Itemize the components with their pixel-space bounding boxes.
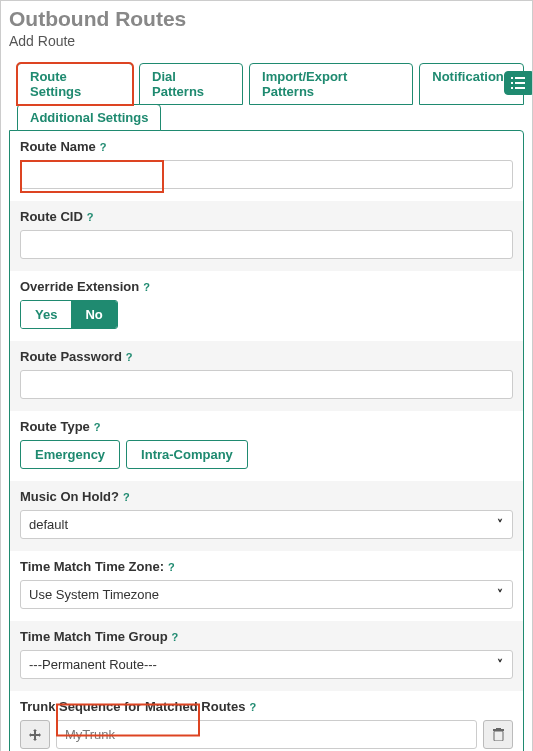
move-icon bbox=[29, 729, 41, 741]
override-ext-label: Override Extension bbox=[20, 279, 139, 294]
help-icon[interactable]: ? bbox=[94, 421, 101, 433]
svg-rect-1 bbox=[515, 77, 525, 79]
route-name-input[interactable] bbox=[20, 160, 513, 189]
svg-rect-5 bbox=[515, 87, 525, 89]
side-list-button[interactable] bbox=[504, 71, 532, 95]
trunk-seq-label: Trunk Sequence for Matched Routes bbox=[20, 699, 245, 714]
field-time-zone: Time Match Time Zone:? Use System Timezo… bbox=[10, 551, 523, 621]
field-trunk-sequence: Trunk Sequence for Matched Routes? MyTru… bbox=[10, 691, 523, 751]
time-zone-select[interactable]: Use System Timezone bbox=[20, 580, 513, 609]
route-cid-label: Route CID bbox=[20, 209, 83, 224]
help-icon[interactable]: ? bbox=[87, 211, 94, 223]
page-title: Outbound Routes bbox=[9, 7, 524, 31]
tab-import-export[interactable]: Import/Export Patterns bbox=[249, 63, 413, 105]
route-name-label: Route Name bbox=[20, 139, 96, 154]
route-password-input[interactable] bbox=[20, 370, 513, 399]
tab-additional-settings[interactable]: Additional Settings bbox=[17, 104, 161, 131]
tab-route-settings[interactable]: Route Settings bbox=[17, 63, 133, 105]
svg-rect-3 bbox=[515, 82, 525, 84]
override-ext-toggle: Yes No bbox=[20, 300, 118, 329]
time-zone-label: Time Match Time Zone: bbox=[20, 559, 164, 574]
route-type-label: Route Type bbox=[20, 419, 90, 434]
svg-rect-9 bbox=[493, 729, 504, 731]
music-on-hold-label: Music On Hold? bbox=[20, 489, 119, 504]
settings-panel: Route Name? Route CID? Override Extensio… bbox=[9, 130, 524, 751]
svg-rect-0 bbox=[511, 77, 513, 79]
help-icon[interactable]: ? bbox=[168, 561, 175, 573]
time-group-select[interactable]: ---Permanent Route--- bbox=[20, 650, 513, 679]
svg-rect-7 bbox=[31, 734, 39, 736]
field-route-cid: Route CID? bbox=[10, 201, 523, 271]
help-icon[interactable]: ? bbox=[249, 701, 256, 713]
page-subtitle: Add Route bbox=[9, 33, 524, 49]
svg-rect-8 bbox=[494, 731, 503, 741]
override-yes-button[interactable]: Yes bbox=[21, 301, 71, 328]
help-icon[interactable]: ? bbox=[143, 281, 150, 293]
help-icon[interactable]: ? bbox=[100, 141, 107, 153]
route-password-label: Route Password bbox=[20, 349, 122, 364]
field-route-type: Route Type? Emergency Intra-Company bbox=[10, 411, 523, 481]
field-route-name: Route Name? bbox=[10, 131, 523, 201]
help-icon[interactable]: ? bbox=[123, 491, 130, 503]
trunk-row: MyTrunk bbox=[20, 720, 513, 749]
override-no-button[interactable]: No bbox=[71, 301, 116, 328]
drag-handle[interactable] bbox=[20, 720, 50, 749]
trash-icon bbox=[493, 728, 504, 741]
help-icon[interactable]: ? bbox=[172, 631, 179, 643]
svg-rect-4 bbox=[511, 87, 513, 89]
list-icon bbox=[511, 77, 525, 89]
time-group-label: Time Match Time Group bbox=[20, 629, 168, 644]
svg-rect-2 bbox=[511, 82, 513, 84]
route-cid-input[interactable] bbox=[20, 230, 513, 259]
route-type-intra-button[interactable]: Intra-Company bbox=[126, 440, 248, 469]
field-time-group: Time Match Time Group? ---Permanent Rout… bbox=[10, 621, 523, 691]
route-type-emergency-button[interactable]: Emergency bbox=[20, 440, 120, 469]
field-override-extension: Override Extension? Yes No bbox=[10, 271, 523, 341]
field-route-password: Route Password? bbox=[10, 341, 523, 411]
trunk-select-0[interactable]: MyTrunk bbox=[56, 720, 477, 749]
music-on-hold-select[interactable]: default bbox=[20, 510, 513, 539]
tab-dial-patterns[interactable]: Dial Patterns bbox=[139, 63, 243, 105]
tabs-row: Route Settings Dial Patterns Import/Expo… bbox=[9, 63, 524, 105]
help-icon[interactable]: ? bbox=[126, 351, 133, 363]
trunk-delete-button[interactable] bbox=[483, 720, 513, 749]
svg-rect-10 bbox=[496, 728, 501, 729]
field-music-on-hold: Music On Hold?? default bbox=[10, 481, 523, 551]
